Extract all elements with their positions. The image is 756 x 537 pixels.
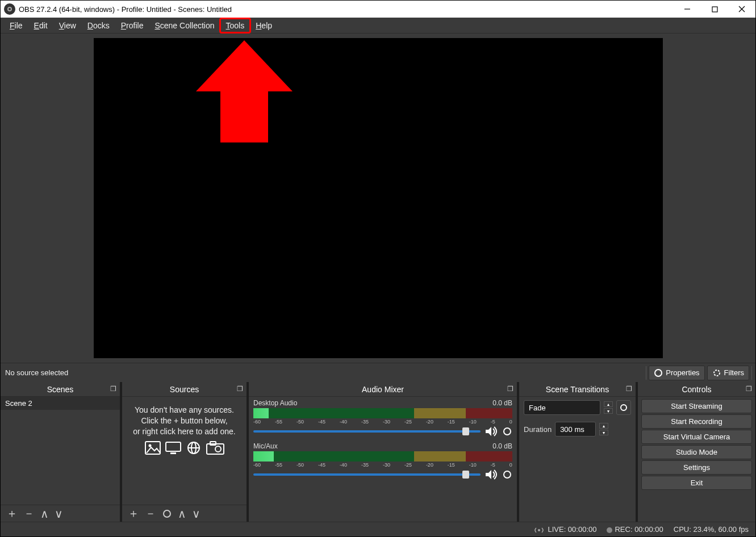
scene-transitions-dock: Scene Transitions ❐ Fade ▴▾ Duration 300…	[519, 382, 636, 522]
meter-ticks: -60-55-50-45-40-35-30-25-20-15-10-50	[253, 462, 512, 468]
window-minimize-button[interactable]	[674, 1, 701, 18]
transition-select-spin[interactable]: ▴▾	[604, 401, 613, 414]
menu-edit[interactable]: Edit	[28, 19, 53, 32]
gear-icon[interactable]	[502, 426, 512, 437]
menu-file[interactable]: File	[4, 19, 28, 32]
channel-name: Desktop Audio	[253, 399, 297, 407]
volume-slider[interactable]	[253, 473, 481, 476]
menu-docks[interactable]: Docks	[82, 19, 115, 32]
start-recording-button[interactable]: Start Recording	[641, 414, 752, 429]
start-streaming-button[interactable]: Start Streaming	[641, 399, 752, 413]
menu-profile[interactable]: Profile	[115, 19, 149, 32]
controls-body: Start Streaming Start Recording Start Vi…	[638, 397, 755, 522]
menu-view[interactable]: View	[53, 19, 82, 32]
sources-toolbar: ＋ － ∧ ∨	[122, 505, 247, 522]
properties-button[interactable]: Properties	[649, 366, 704, 380]
image-source-icon	[144, 440, 161, 455]
gear-icon[interactable]	[502, 469, 512, 480]
duration-input[interactable]: 300 ms	[555, 422, 596, 437]
mixer-channel: Mic/Aux 0.0 dB -60-55-50-45-40-35-30-25-…	[249, 440, 517, 483]
svg-rect-10	[166, 442, 181, 451]
menu-help[interactable]: Help	[250, 19, 278, 32]
filter-icon	[712, 368, 721, 377]
audio-mixer-dock: Audio Mixer ❐ Desktop Audio 0.0 dB -60-5…	[249, 382, 517, 522]
annotation-arrow-icon	[196, 40, 293, 145]
controls-header: Controls ❐	[638, 382, 755, 397]
transition-selected: Fade	[529, 404, 546, 412]
svg-point-6	[657, 372, 659, 374]
sources-dock: Sources ❐ You don't have any sources. Cl…	[122, 382, 247, 522]
menu-tools[interactable]: Tools	[220, 19, 250, 32]
popout-icon[interactable]: ❐	[237, 385, 243, 393]
status-cpu: CPU: 23.4%, 60.00 fps	[674, 525, 749, 534]
meter-ticks: -60-55-50-45-40-35-30-25-20-15-10-50	[253, 419, 512, 425]
scenes-title: Scenes	[47, 385, 74, 394]
divider	[646, 366, 646, 380]
settings-button[interactable]: Settings	[641, 460, 752, 475]
filters-button[interactable]: Filters	[707, 366, 749, 380]
transition-settings-button[interactable]	[616, 400, 631, 415]
start-virtual-camera-button[interactable]: Start Virtual Camera	[641, 430, 752, 444]
mixer-header: Audio Mixer ❐	[249, 382, 517, 397]
svg-rect-1	[712, 7, 717, 12]
volume-slider[interactable]	[253, 430, 481, 433]
transition-select[interactable]: Fade	[524, 400, 600, 415]
remove-scene-button[interactable]: －	[23, 506, 35, 521]
mixer-channel: Desktop Audio 0.0 dB -60-55-50-45-40-35-…	[249, 397, 517, 440]
duration-spin[interactable]: ▴▾	[599, 423, 608, 435]
no-source-label: No source selected	[5, 368, 68, 377]
menu-file-label: ile	[15, 21, 23, 30]
preview-canvas[interactable]	[94, 38, 663, 358]
popout-icon[interactable]: ❐	[626, 385, 632, 393]
svg-point-22	[506, 430, 508, 433]
divider	[751, 366, 752, 380]
add-scene-button[interactable]: ＋	[6, 506, 18, 521]
remove-source-button[interactable]: －	[145, 506, 156, 521]
scenes-toolbar: ＋ － ∧ ∨	[1, 505, 120, 522]
scene-up-button[interactable]: ∧	[40, 507, 49, 521]
scenes-header: Scenes ❐	[1, 382, 120, 397]
controls-title: Controls	[682, 385, 711, 394]
speaker-icon[interactable]	[485, 469, 498, 480]
gear-icon	[654, 368, 663, 377]
source-up-button[interactable]: ∧	[178, 507, 186, 521]
popout-icon[interactable]: ❐	[746, 385, 752, 393]
svg-point-7	[714, 370, 720, 376]
channel-name: Mic/Aux	[253, 442, 278, 450]
transitions-body: Fade ▴▾ Duration 300 ms ▴▾	[519, 397, 636, 522]
source-settings-button[interactable]	[162, 509, 172, 519]
studio-mode-button[interactable]: Studio Mode	[641, 445, 752, 459]
scene-down-button[interactable]: ∨	[55, 507, 63, 521]
speaker-icon[interactable]	[485, 426, 498, 437]
sources-hint-line: You don't have any sources.	[128, 405, 241, 416]
broadcast-icon	[534, 527, 544, 534]
popout-icon[interactable]: ❐	[110, 385, 116, 393]
sources-hint: You don't have any sources. Click the + …	[122, 397, 247, 463]
window-titlebar: OBS 27.2.4 (64-bit, windows) - Profile: …	[1, 1, 755, 18]
scenes-list[interactable]: Scene 2	[1, 397, 120, 505]
duration-value: 300 ms	[560, 425, 584, 434]
gear-icon	[162, 509, 172, 519]
channel-level: 0.0 dB	[492, 399, 512, 407]
add-source-button[interactable]: ＋	[128, 506, 139, 521]
sources-list[interactable]: You don't have any sources. Click the + …	[122, 397, 247, 505]
gear-icon	[619, 403, 628, 412]
svg-marker-23	[486, 470, 491, 479]
svg-marker-4	[196, 40, 293, 142]
scene-item[interactable]: Scene 2	[1, 397, 120, 410]
window-maximize-button[interactable]	[701, 1, 728, 18]
source-down-button[interactable]: ∨	[192, 507, 201, 521]
duration-label: Duration	[524, 425, 552, 434]
svg-point-19	[166, 513, 168, 515]
window-title: OBS 27.2.4 (64-bit, windows) - Profile: …	[19, 5, 674, 14]
window-close-button[interactable]	[728, 1, 755, 18]
exit-button[interactable]: Exit	[641, 476, 752, 490]
sources-hint-line: Click the + button below,	[128, 416, 241, 426]
menu-scene-collection[interactable]: Scene Collection	[149, 19, 220, 32]
status-rec: REC: 00:00:00	[607, 525, 663, 534]
display-source-icon	[165, 440, 182, 455]
sources-header: Sources ❐	[122, 382, 247, 397]
audio-meter	[253, 408, 512, 418]
popout-icon[interactable]: ❐	[507, 385, 513, 393]
status-rec-text: REC: 00:00:00	[615, 525, 663, 534]
